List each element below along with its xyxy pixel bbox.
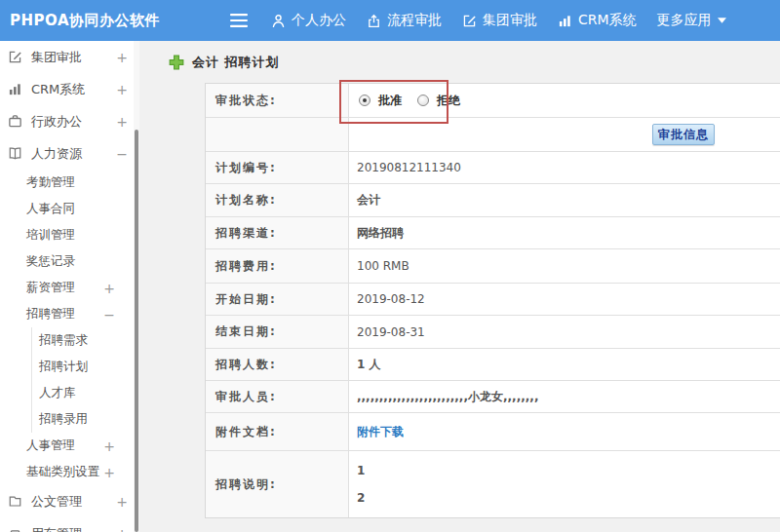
sidebar-item-talent-pool[interactable]: 人才库 xyxy=(0,380,139,406)
toggle-plus-icon[interactable]: + xyxy=(116,526,128,532)
row-end-date: 结束日期:2019-08-31 xyxy=(206,316,780,349)
approval-status-options: 批准 拒绝 xyxy=(349,84,780,117)
field-value: 20190812111340 xyxy=(349,152,780,183)
approval-info-button[interactable]: 审批信息 xyxy=(652,124,715,145)
sidebar-item-reward-punishment[interactable]: 奖惩记录 xyxy=(0,248,139,275)
field-value: 2019-08-12 xyxy=(349,284,780,315)
nav-label: CRM系统 xyxy=(578,12,637,29)
field-label: 招聘费用: xyxy=(206,249,349,283)
bar-chart-icon xyxy=(558,14,572,28)
sidebar-item-training-mgmt[interactable]: 培训管理 xyxy=(0,222,139,248)
field-label: 审批人员: xyxy=(206,381,349,412)
description-line: 1 xyxy=(357,457,365,484)
description-line: 2 xyxy=(357,484,365,512)
workflow-icon xyxy=(367,14,381,28)
toggle-plus-icon[interactable]: + xyxy=(103,438,115,454)
sidebar-item-label: 培训管理 xyxy=(26,227,75,244)
sidebar-item-vehicle-mgmt[interactable]: 用车管理+ xyxy=(0,517,139,532)
sidebar-item-label: 人才库 xyxy=(39,385,76,401)
row-plan-number: 计划编号:20190812111340 xyxy=(206,152,780,184)
toggle-plus-icon[interactable]: + xyxy=(103,465,115,480)
sidebar-item-admin-office[interactable]: 行政办公+ xyxy=(0,105,139,137)
attachment-download-link[interactable]: 附件下载 xyxy=(357,424,404,440)
bar-chart-icon xyxy=(8,82,22,96)
field-value: ,,,,,,,,,,,,,,,,,,,,,,,,,小龙女,,,,,,,, xyxy=(349,381,780,412)
radio-label: 拒绝 xyxy=(437,93,460,109)
sidebar-item-label: CRM系统 xyxy=(31,81,85,98)
field-value: 2019-08-31 xyxy=(349,316,780,348)
radio-label: 批准 xyxy=(378,93,402,109)
nav-process-approval[interactable]: 流程审批 xyxy=(367,12,442,29)
field-label: 计划编号: xyxy=(206,152,349,183)
sidebar-item-label: 基础类别设置 xyxy=(26,464,99,480)
nav-label: 个人办公 xyxy=(292,12,346,29)
toggle-minus-icon[interactable]: − xyxy=(103,307,115,323)
toggle-minus-icon[interactable]: − xyxy=(116,146,128,162)
sidebar-item-recruit-plan[interactable]: 招聘计划 xyxy=(0,354,139,380)
field-value: 附件下载 xyxy=(349,413,780,450)
field-value: 1 人 xyxy=(349,349,780,380)
sidebar-item-group-approval[interactable]: 集团审批+ xyxy=(0,41,139,73)
toggle-plus-icon[interactable]: + xyxy=(116,50,128,65)
sidebar-item-label: 奖惩记录 xyxy=(26,253,75,270)
sidebar-item-label: 考勤管理 xyxy=(26,174,75,191)
toggle-plus-icon[interactable]: + xyxy=(103,281,115,296)
row-attachment: 附件文档:附件下载 xyxy=(206,413,780,451)
edit-square-icon xyxy=(8,50,22,64)
sidebar-scrollbar-thumb[interactable] xyxy=(135,130,138,532)
field-label: 审批状态: xyxy=(206,84,349,117)
sidebar-item-hr-contract[interactable]: 人事合同 xyxy=(0,196,139,222)
field-label: 招聘渠道: xyxy=(206,217,349,248)
sidebar-item-label: 公文管理 xyxy=(31,493,82,511)
row-recruit-desc: 招聘说明:12 xyxy=(206,451,780,517)
radio-approve[interactable]: 批准 xyxy=(359,93,402,109)
radio-reject[interactable]: 拒绝 xyxy=(417,93,460,109)
row-recruit-channel: 招聘渠道:网络招聘 xyxy=(206,217,780,249)
page-header: 会计 招聘计划 xyxy=(169,54,280,71)
sidebar-item-recruit-hire[interactable]: 招聘录用 xyxy=(0,406,139,433)
nav-label: 集团审批 xyxy=(483,12,537,29)
nav-crm-system[interactable]: CRM系统 xyxy=(558,12,637,29)
nav-label: 更多应用 xyxy=(657,12,712,29)
field-value: 100 RMB xyxy=(349,249,780,283)
sidebar-item-label: 行政办公 xyxy=(31,113,82,131)
sidebar: 集团审批+CRM系统+行政办公+人力资源−考勤管理人事合同培训管理奖惩记录薪资管… xyxy=(0,41,139,532)
caret-down-icon xyxy=(718,18,726,23)
nav-more-apps[interactable]: 更多应用 xyxy=(657,12,726,29)
field-value: 会计 xyxy=(349,184,780,216)
nav-personal-office[interactable]: 个人办公 xyxy=(271,12,346,29)
empty-label-cell xyxy=(206,118,349,151)
sidebar-item-label: 集团审批 xyxy=(31,49,82,66)
sidebar-item-base-category-settings[interactable]: 基础类别设置+ xyxy=(0,459,139,485)
radio-selected-icon xyxy=(359,95,370,106)
row-approval-button: 审批信息 xyxy=(206,118,780,152)
sidebar-item-human-resources[interactable]: 人力资源− xyxy=(0,137,139,170)
toggle-plus-icon[interactable]: + xyxy=(116,114,128,130)
sidebar-item-label: 招聘录用 xyxy=(39,411,88,428)
sidebar-item-attendance-mgmt[interactable]: 考勤管理 xyxy=(0,170,139,196)
topbar: PHPOA协同办公软件 个人办公流程审批集团审批CRM系统更多应用 xyxy=(0,0,780,41)
folder-icon xyxy=(8,494,22,509)
car-icon xyxy=(8,526,22,532)
sidebar-item-salary-mgmt[interactable]: 薪资管理+ xyxy=(0,275,139,301)
sidebar-item-label: 招聘计划 xyxy=(39,359,88,375)
field-label: 开始日期: xyxy=(206,284,349,315)
toggle-plus-icon[interactable]: + xyxy=(116,494,128,510)
app-logo: PHPOA协同办公软件 xyxy=(10,12,160,30)
hamburger-icon[interactable] xyxy=(230,14,248,27)
edit-square-icon xyxy=(462,14,477,28)
field-label: 招聘说明: xyxy=(206,451,349,517)
row-start-date: 开始日期:2019-08-12 xyxy=(206,284,780,316)
sidebar-item-recruit-mgmt[interactable]: 招聘管理− xyxy=(0,301,139,327)
sidebar-item-personnel-mgmt[interactable]: 人事管理+ xyxy=(0,433,139,459)
field-label: 结束日期: xyxy=(206,316,349,348)
sidebar-item-label: 人力资源 xyxy=(31,145,82,163)
sidebar-item-label: 用车管理 xyxy=(31,525,82,532)
sidebar-item-document-mgmt[interactable]: 公文管理+ xyxy=(0,485,139,517)
sidebar-item-crm-system[interactable]: CRM系统+ xyxy=(0,73,139,105)
sidebar-item-recruit-demand[interactable]: 招聘需求 xyxy=(0,327,139,354)
nav-group-approval[interactable]: 集团审批 xyxy=(462,12,537,29)
row-recruit-cost: 招聘费用:100 RMB xyxy=(206,249,780,284)
toggle-plus-icon[interactable]: + xyxy=(116,82,128,97)
approval-form: 审批状态: 批准 拒绝 审批信息 计划编号:20190812111340计划名称… xyxy=(205,83,780,518)
